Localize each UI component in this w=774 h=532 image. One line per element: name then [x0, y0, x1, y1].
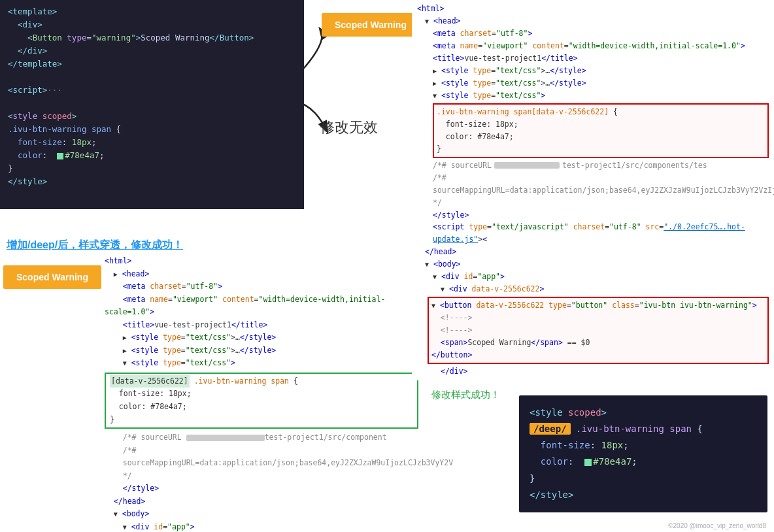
- rp-line-12: */: [433, 197, 769, 209]
- code-line-1: <template>: [8, 5, 296, 18]
- rp-line-16: ▼ <body>: [425, 258, 769, 271]
- bl-line-6: ▶ <style type="text/css">…</style>: [105, 331, 418, 344]
- rp-line-7: ▶ <style type="text/css">…</style>: [433, 77, 769, 90]
- bl-gb-line-4: }: [110, 414, 413, 427]
- rp-line-13: </style>: [433, 209, 769, 222]
- code-line-11: font-size: 18px;: [8, 136, 296, 149]
- rp-line-19: </div>: [441, 365, 769, 378]
- bl-line-7: ▶ <style type="text/css">…</style>: [105, 344, 418, 357]
- scoped-warning-button-top[interactable]: Scoped Warning: [322, 13, 420, 37]
- rp-line-17: ▼ <div id="app">: [433, 271, 769, 283]
- code-line-14: </style>: [8, 175, 296, 188]
- bl-line-12: */: [105, 470, 418, 483]
- code-line-10: .ivu-btn-warning span {: [8, 123, 296, 136]
- bl-line-1: <html>: [105, 255, 418, 268]
- bottom-left-html-panel: <html> ▶ <head> <meta charset="utf-8"> <…: [105, 255, 418, 532]
- code-line-6: [8, 71, 296, 84]
- bl-line-15: ▼ <body>: [105, 508, 418, 521]
- rp-line-11: sourceMappingURL=data:application/json;b…: [433, 184, 769, 197]
- brp-line-1: <style scoped>: [530, 405, 757, 421]
- bl-line-9: /*# sourceURL test-project1/src/componen…: [105, 431, 418, 444]
- code-line-8: [8, 97, 296, 110]
- code-line-4: </div>: [8, 44, 296, 58]
- annotation-top: 修改无效: [320, 118, 378, 137]
- bl-line-3: <meta charset="utf-8">: [105, 280, 418, 293]
- rp-rb2-line-3: <!---->: [431, 324, 765, 337]
- brp-line-6: </style>: [530, 487, 757, 503]
- rp-rb-line-4: }: [437, 143, 765, 156]
- rp-line-15: </head>: [425, 246, 769, 258]
- rp-line-1: <html>: [417, 3, 769, 15]
- rp-rb2-line-5: </button>: [431, 349, 765, 361]
- rp-red-box-bottom: ▼ <button data-v-2556c622 type="button" …: [428, 297, 769, 364]
- rp-line-3: <meta charset="utf-8">: [433, 27, 769, 40]
- bl-gb-line-2: font-size: 18px;: [110, 388, 413, 401]
- bl-line-10: /*#: [105, 444, 418, 457]
- code-line-13: }: [8, 162, 296, 175]
- bl-gb-line-3: color: #78e4a7;: [110, 401, 413, 414]
- code-line-5: </template>: [8, 58, 296, 71]
- rp-rb-line-1: .ivu-btn-warning span[data-v-2556c622] {: [437, 106, 765, 118]
- right-devtools-panel: <html> ▼ <head> <meta charset="utf-8"> <…: [412, 0, 774, 380]
- deep-badge: /deep/: [530, 423, 571, 435]
- rp-line-14: <script type="text/javascript" charset="…: [433, 221, 769, 246]
- code-line-9: <style scoped>: [8, 110, 296, 123]
- bl-line-13: </style>: [105, 482, 418, 495]
- bl-line-14: </head>: [105, 495, 418, 508]
- bl-gb-line-1: [data-v-2556c622] .ivu-btn-warning span …: [110, 375, 413, 388]
- rp-line-18: ▼ <div data-v-2556c622>: [441, 283, 769, 295]
- brp-line-5: }: [530, 471, 757, 487]
- bl-line-16: ▼ <div id="app">: [105, 521, 418, 532]
- rp-rb-line-3: color: #78e4a7;: [437, 131, 765, 143]
- rp-line-4: <meta name="viewport" content="width=dev…: [433, 40, 769, 52]
- rp-line-9: /*# sourceURLtest-project1/src/component…: [433, 159, 769, 172]
- rp-line-2: ▼ <head>: [425, 15, 769, 27]
- rp-line-5: <title>vue-test-project1</title>: [433, 52, 769, 65]
- code-line-12: color: #78e4a7;: [8, 149, 296, 162]
- bl-line-11: sourceMappingURL=data:application/json;b…: [105, 457, 418, 470]
- rp-red-box-top: .ivu-btn-warning span[data-v-2556c622] {…: [433, 103, 769, 158]
- brp-line-3: font-size: 18px;: [530, 437, 757, 454]
- annotation-bottom: 修改样式成功！: [431, 389, 500, 401]
- brp-line-2: /deep/ .ivu-btn-warning span {: [530, 421, 757, 437]
- rp-rb2-line-2: <!---->: [431, 312, 765, 324]
- rp-line-8: ▼ <style type="text/css">: [433, 90, 769, 102]
- success-link[interactable]: 增加/deep/后，样式穿透，修改成功！: [7, 239, 183, 252]
- bl-line-2: ▶ <head>: [105, 268, 418, 281]
- rp-line-6: ▶ <style type="text/css">…</style>: [433, 65, 769, 77]
- code-line-2: <div>: [8, 18, 296, 31]
- left-code-panel: <template> <div> <Button type="warning">…: [0, 0, 304, 209]
- code-line-3: <Button type="warning">Scoped Warning</B…: [8, 31, 296, 44]
- bl-line-4: <meta name="viewport" content="width=dev…: [105, 293, 418, 319]
- rp-rb2-line-1: ▼ <button data-v-2556c622 type="button" …: [431, 299, 765, 312]
- watermark: ©2020 @imooc_vip_zeno_world8: [668, 522, 766, 529]
- code-line-7: <script>···: [8, 84, 296, 97]
- bl-line-8: ▼ <style type="text/css">: [105, 357, 418, 370]
- brp-line-4: color: #78e4a7;: [530, 454, 757, 470]
- rp-rb2-line-4: <span>Scoped Warning</span> == $0: [431, 337, 765, 349]
- rp-line-10: /*#: [433, 172, 769, 184]
- bl-line-5: <title>vue-test-project1</title>: [105, 319, 418, 332]
- bl-green-box: [data-v-2556c622] .ivu-btn-warning span …: [105, 373, 418, 429]
- scoped-warning-button-left[interactable]: Scoped Warning: [3, 265, 101, 289]
- bottom-right-panel: <style scoped> /deep/ .ivu-btn-warning s…: [519, 395, 767, 512]
- rp-rb-line-2: font-size: 18px;: [437, 118, 765, 131]
